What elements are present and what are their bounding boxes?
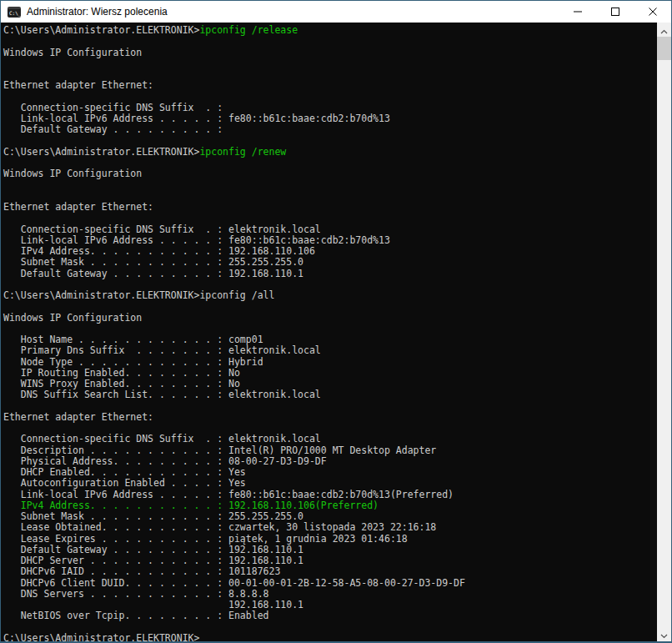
terminal-line: [3, 58, 657, 69]
scroll-down-button[interactable]: [657, 627, 671, 641]
terminal-line: [3, 279, 657, 290]
terminal-text: Ethernet adapter Ethernet:: [3, 201, 153, 213]
terminal-line: [3, 180, 657, 191]
terminal-line: [3, 423, 657, 434]
terminal-text: Link-local IPv6 Address . . . . . : fe80…: [3, 234, 390, 246]
terminal-text: DHCPv6 IAID . . . . . . . . . . . : 1011…: [3, 565, 280, 577]
terminal-text: Windows IP Configuration: [3, 47, 142, 58]
terminal-line: Subnet Mask . . . . . . . . . . . : 255.…: [3, 257, 657, 268]
terminal-text: IP Routing Enabled. . . . . . . . : No: [3, 367, 240, 379]
terminal-line: Connection-specific DNS Suffix . : elekt…: [3, 434, 657, 445]
terminal-text: C:\Users\Administrator.ELEKTRONIK>: [3, 632, 199, 641]
terminal-text: ipconfig /renew: [199, 146, 286, 158]
terminal-line: DHCP Server . . . . . . . . . . . : 192.…: [3, 555, 657, 566]
terminal-line: [3, 92, 657, 103]
terminal-line: IPv4 Address. . . . . . . . . . . : 192.…: [3, 500, 657, 511]
terminal-text: Subnet Mask . . . . . . . . . . . : 255.…: [3, 256, 303, 268]
scrollbar-thumb[interactable]: [657, 37, 671, 60]
terminal-line: NetBIOS over Tcpip. . . . . . . . : Enab…: [3, 610, 657, 621]
terminal-line: [3, 401, 657, 412]
terminal-line: [3, 158, 657, 168]
terminal-line: Primary Dns Suffix . . . . . . . : elekt…: [3, 345, 657, 356]
terminal-text: DHCPv6 Client DUID. . . . . . . . : 00-0…: [3, 577, 465, 589]
terminal-text: ipconfig /release: [199, 24, 298, 36]
terminal-line: Ethernet adapter Ethernet:: [3, 412, 657, 423]
terminal-text: C:\Users\Administrator.ELEKTRONIK>: [3, 146, 199, 158]
titlebar-left: C:\_ Administrator: Wiersz polecenia: [1, 6, 559, 18]
terminal-line: 192.168.110.1: [3, 600, 657, 610]
terminal-text: Default Gateway . . . . . . . . . : 192.…: [3, 268, 303, 279]
terminal-line: Windows IP Configuration: [3, 313, 657, 324]
terminal-text: Ethernet adapter Ethernet:: [3, 79, 153, 91]
terminal-text: Autoconfiguration Enabled . . . . : Yes: [3, 477, 246, 489]
terminal-text: Link-local IPv6 Address . . . . . : fe80…: [3, 113, 390, 124]
terminal-line: DHCPv6 Client DUID. . . . . . . . : 00-0…: [3, 578, 657, 589]
cmd-icon[interactable]: C:\_: [8, 7, 21, 18]
terminal-line: DNS Suffix Search List. . . . . . : elek…: [3, 389, 657, 400]
terminal-line: [3, 324, 657, 334]
terminal-line: Connection-specific DNS Suffix . : elekt…: [3, 224, 657, 235]
terminal-text: IPv4 Address. . . . . . . . . . . : 192.…: [3, 500, 379, 511]
terminal-line: DHCPv6 IAID . . . . . . . . . . . : 1011…: [3, 566, 657, 577]
terminal-text: DHCP Enabled. . . . . . . . . . . : Yes: [3, 466, 246, 478]
terminal-line: Default Gateway . . . . . . . . . : 192.…: [3, 269, 657, 279]
terminal-line: Subnet Mask . . . . . . . . . . . : 255.…: [3, 511, 657, 522]
terminal-line: Default Gateway . . . . . . . . . :: [3, 124, 657, 135]
terminal-line: Lease Expires . . . . . . . . . . : piąt…: [3, 534, 657, 545]
terminal-line: Node Type . . . . . . . . . . . . : Hybr…: [3, 357, 657, 368]
terminal-text: Subnet Mask . . . . . . . . . . . : 255.…: [3, 510, 303, 522]
terminal-text: Lease Expires . . . . . . . . . . : piąt…: [3, 533, 408, 545]
maximize-button[interactable]: [596, 1, 634, 23]
terminal-text: Link-local IPv6 Address . . . . . : fe80…: [3, 489, 454, 500]
terminal-output[interactable]: C:\Users\Administrator.ELEKTRONIK>ipconf…: [1, 23, 657, 641]
terminal-text: Default Gateway . . . . . . . . . : 192.…: [3, 544, 303, 555]
terminal-text: Connection-specific DNS Suffix . : elekt…: [3, 224, 321, 235]
terminal-text: DNS Servers . . . . . . . . . . . : 8.8.…: [3, 588, 269, 600]
terminal-text: Windows IP Configuration: [3, 312, 142, 324]
scrollbar-track[interactable]: [657, 37, 671, 627]
terminal-line: Description . . . . . . . . . . . : Inte…: [3, 445, 657, 456]
terminal-text: Physical Address. . . . . . . . . : 08-0…: [3, 455, 327, 467]
terminal-line: Host Name . . . . . . . . . . . . : comp…: [3, 334, 657, 345]
close-button[interactable]: [634, 1, 671, 23]
scrollbar[interactable]: [657, 23, 671, 641]
terminal-line: WINS Proxy Enabled. . . . . . . . : No: [3, 379, 657, 389]
terminal-line: IPv4 Address. . . . . . . . . . . : 192.…: [3, 246, 657, 257]
terminal-text: Lease Obtained. . . . . . . . . . : czwa…: [3, 521, 436, 533]
terminal-line: Ethernet adapter Ethernet:: [3, 80, 657, 91]
terminal-line: Link-local IPv6 Address . . . . . : fe80…: [3, 235, 657, 246]
terminal-text: DNS Suffix Search List. . . . . . : elek…: [3, 389, 321, 400]
terminal-text: Connection-specific DNS Suffix . :: [3, 102, 223, 113]
terminal-line: [3, 36, 657, 47]
terminal-line: [3, 301, 657, 312]
terminal-line: [3, 191, 657, 202]
terminal-text: Ethernet adapter Ethernet:: [3, 411, 153, 423]
terminal-line: Physical Address. . . . . . . . . : 08-0…: [3, 456, 657, 467]
terminal-text: Node Type . . . . . . . . . . . . : Hybr…: [3, 356, 263, 368]
terminal-text: DHCP Server . . . . . . . . . . . : 192.…: [3, 555, 303, 566]
terminal-line: DNS Servers . . . . . . . . . . . : 8.8.…: [3, 589, 657, 600]
terminal-text: 192.168.110.1: [3, 599, 303, 610]
terminal-text: Windows IP Configuration: [3, 168, 142, 179]
terminal-line: Windows IP Configuration: [3, 168, 657, 179]
terminal-cursor: _: [199, 632, 205, 641]
chevron-down-icon: [660, 627, 668, 642]
terminal-text: IPv4 Address. . . . . . . . . . . : 192.…: [3, 245, 315, 257]
terminal-text: Primary Dns Suffix . . . . . . . : elekt…: [3, 344, 321, 356]
minimize-button[interactable]: [559, 1, 596, 23]
terminal-line: Link-local IPv6 Address . . . . . : fe80…: [3, 113, 657, 124]
terminal-text: WINS Proxy Enabled. . . . . . . . : No: [3, 378, 240, 389]
terminal-line: C:\Users\Administrator.ELEKTRONIK>_: [3, 633, 657, 641]
titlebar[interactable]: C:\_ Administrator: Wiersz polecenia: [1, 1, 671, 23]
terminal-text: C:\Users\Administrator.ELEKTRONIK>: [3, 24, 199, 36]
terminal-line: Windows IP Configuration: [3, 48, 657, 58]
terminal-line: DHCP Enabled. . . . . . . . . . . : Yes: [3, 467, 657, 478]
terminal-line: Autoconfiguration Enabled . . . . : Yes: [3, 478, 657, 489]
terminal-line: Default Gateway . . . . . . . . . : 192.…: [3, 545, 657, 555]
terminal-line: [3, 622, 657, 633]
terminal-text: C:\Users\Administrator.ELEKTRONIK>ipconf…: [3, 289, 274, 301]
window-body: C:\Users\Administrator.ELEKTRONIK>ipconf…: [1, 23, 671, 641]
terminal-text: NetBIOS over Tcpip. . . . . . . . : Enab…: [3, 610, 269, 621]
terminal-text: Host Name . . . . . . . . . . . . : comp…: [3, 334, 263, 345]
scroll-up-button[interactable]: [657, 23, 671, 37]
